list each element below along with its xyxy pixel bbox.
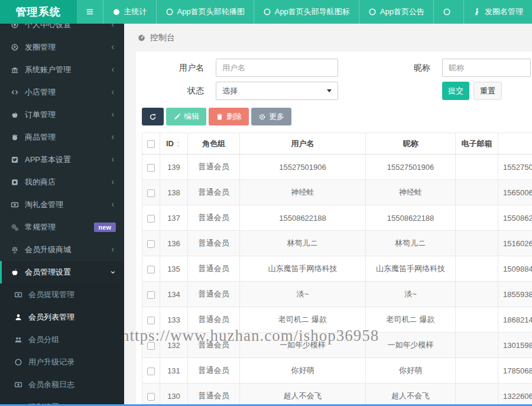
edit-button[interactable]: 编辑 <box>166 108 206 125</box>
nav-item-app-notice[interactable]: App首页公告 <box>359 0 434 24</box>
table-row[interactable]: 138 普通会员 神经蛙 神经蛙 156500606 <box>142 180 532 205</box>
sidebar-item-member-upgrade-mall[interactable]: 会员升级商城 <box>0 239 124 261</box>
cell-phone: 155086221 <box>498 205 532 231</box>
row-checkbox[interactable] <box>147 393 155 401</box>
sidebar-item-member-balance-log[interactable]: 会员余额日志 <box>0 373 124 396</box>
submit-button[interactable]: 提交 <box>442 82 469 100</box>
sidebar-item-personal-center[interactable]: 个人中心设置 <box>0 24 124 36</box>
cell-phone: 132260699 <box>498 384 532 406</box>
nav-item-circle[interactable] <box>434 0 464 24</box>
sidebar-item-user-upgrade-records[interactable]: 用户升级记录 <box>0 351 124 373</box>
cell-email <box>456 231 498 256</box>
cell-email <box>456 307 498 333</box>
delete-button[interactable]: 删除 <box>209 108 249 125</box>
nav-item-app-nav-icons[interactable]: App首页头部导航图标 <box>254 0 359 24</box>
money-icon <box>14 291 22 299</box>
sidebar-item-member-list[interactable]: 会员列表管理 <box>0 306 124 328</box>
chevron-left-icon <box>110 67 116 73</box>
username-label: 用户名 <box>136 63 216 73</box>
row-checkbox[interactable] <box>147 164 155 172</box>
table-row[interactable]: 133 普通会员 老司机ニ 爆款 老司机ニ 爆款 186821457 <box>142 307 532 333</box>
grab-icon <box>11 133 19 141</box>
nav-item-label: App首页公告 <box>380 7 424 17</box>
table-row[interactable]: 139 普通会员 15527501906 15527501906 1552750… <box>142 154 532 180</box>
header-nickname: 昵称 <box>366 133 456 154</box>
username-input[interactable] <box>216 59 338 77</box>
tachometer-icon <box>137 33 146 42</box>
sidebar-item-faquan[interactable]: 发圈管理 <box>0 36 124 59</box>
nickname-input[interactable] <box>442 59 531 77</box>
sidebar-toggle-button[interactable] <box>77 0 103 24</box>
row-checkbox[interactable] <box>147 215 155 223</box>
cell-username: 神经蛙 <box>240 180 366 205</box>
chevron-left-icon <box>110 134 116 140</box>
table-toolbar: 编辑 删除 更多 <box>142 108 532 125</box>
header-email: 电子邮箱 <box>456 133 498 154</box>
chevron-left-icon <box>110 24 116 28</box>
table-row[interactable]: 134 普通会员 淡~ 淡~ 185593868 <box>142 282 532 307</box>
table-row[interactable]: 136 普通会员 林苟儿ニ 林苟儿ニ 151602683 <box>142 231 532 256</box>
sidebar-item-label: 系统账户管理 <box>25 65 71 75</box>
row-checkbox[interactable] <box>147 189 155 197</box>
select-all-checkbox[interactable] <box>147 140 155 148</box>
row-checkbox[interactable] <box>147 342 155 350</box>
trash-icon <box>216 113 223 121</box>
money-icon <box>14 381 22 389</box>
sidebar-item-member-withdraw[interactable]: 会员提现管理 <box>0 283 124 306</box>
cell-email <box>456 180 498 205</box>
cell-nickname: 超人不会飞 <box>366 384 456 406</box>
chevron-left-icon <box>110 44 116 50</box>
sidebar-item-label: 小店管理 <box>25 87 56 98</box>
table-row[interactable]: 137 普通会员 15508622188 15508622188 1550862… <box>142 205 532 231</box>
sidebar-item-member-manage-settings[interactable]: 会员管理设置 <box>0 261 124 283</box>
header-id-label: ID <box>166 139 174 148</box>
table-header-row: ID 角色组 用户名 昵称 电子邮箱 手机号 <box>142 133 532 154</box>
cell-phone: 130159872 <box>498 333 532 358</box>
nav-item-label: 发圈名管理 <box>485 7 523 17</box>
menu-icon <box>86 8 94 16</box>
dot-circle-icon <box>11 24 19 29</box>
row-checkbox[interactable] <box>147 368 155 375</box>
row-checkbox-cell <box>142 384 160 406</box>
refresh-icon <box>149 113 157 121</box>
row-checkbox[interactable] <box>147 240 155 248</box>
circle-o-icon <box>166 8 174 16</box>
nav-item-main-stats[interactable]: 主统计 <box>103 0 157 24</box>
row-checkbox[interactable] <box>147 317 155 324</box>
sidebar-item-system-accounts[interactable]: 系统账户管理 <box>0 59 124 81</box>
table-row[interactable]: 131 普通会员 你好萌 你好萌 178506886 <box>142 358 532 384</box>
table-row[interactable]: 132 普通会员 一如年少模样 一如年少模样 130159872 <box>142 333 532 358</box>
cell-phone: 156500606 <box>498 180 532 205</box>
sidebar-item-general-manage[interactable]: 常规管理new <box>0 216 124 239</box>
table-row[interactable]: 135 普通会员 山东魔笛手网络科技 山东魔笛手网络科技 150988487 <box>142 256 532 282</box>
sidebar-item-shop-manage[interactable]: 小店管理 <box>0 81 124 104</box>
row-checkbox[interactable] <box>147 266 155 273</box>
money-icon <box>11 201 19 209</box>
sort-icon[interactable] <box>175 141 181 147</box>
sidebar-item-orders[interactable]: 订单管理 <box>0 104 124 126</box>
content-panel: 用户名 昵称 状态 选择 提交 重置 编辑 删除 更多 <box>136 51 532 406</box>
chevron-left-icon <box>110 89 116 95</box>
status-select[interactable]: 选择 <box>216 82 338 100</box>
refresh-button[interactable] <box>142 108 164 125</box>
sidebar-item-goods[interactable]: 商品管理 <box>0 126 124 149</box>
more-button[interactable]: 更多 <box>251 108 291 125</box>
sidebar-item-my-store[interactable]: 我的商店 <box>0 171 124 194</box>
chevron-left-icon <box>110 202 116 208</box>
sidebar-item-member-groups[interactable]: 会员分组 <box>0 328 124 351</box>
person-icon <box>473 8 481 16</box>
header-id[interactable]: ID <box>160 133 188 154</box>
sidebar-item-taolijin[interactable]: 淘礼金管理 <box>0 194 124 216</box>
nav-item-faquan-manage[interactable]: 发圈名管理 <box>464 0 532 24</box>
reset-button[interactable]: 重置 <box>473 82 502 100</box>
nav-item-app-carousel[interactable]: App首页头部轮播图 <box>157 0 254 24</box>
main-content: 控制台 用户名 昵称 状态 选择 提交 重置 <box>124 24 532 406</box>
cell-id: 135 <box>160 256 188 282</box>
sidebar-item-app-settings[interactable]: APP基本设置 <box>0 149 124 171</box>
sidebar-item-label: 会员余额日志 <box>28 379 74 390</box>
cell-email <box>456 282 498 307</box>
circle-o-icon <box>368 8 377 16</box>
sidebar-item-label: 会员分组 <box>28 334 59 345</box>
table-row[interactable]: 130 普通会员 超人不会飞 超人不会飞 132260699 <box>142 384 532 406</box>
row-checkbox[interactable] <box>147 291 155 299</box>
